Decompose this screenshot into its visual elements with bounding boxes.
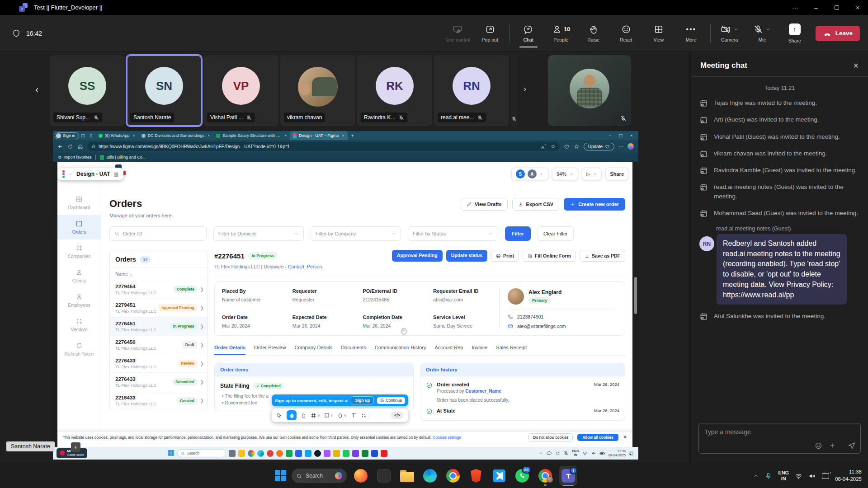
- contact-person-link[interactable]: Contact_Person.: [288, 264, 323, 269]
- contact-email[interactable]: alex@vstatefilings.com: [517, 324, 566, 329]
- brave-taskbar-icon[interactable]: [467, 465, 485, 487]
- chevron-down-icon[interactable]: [68, 172, 73, 176]
- more-button[interactable]: ••• More: [675, 19, 708, 48]
- firefox-taskbar-icon[interactable]: [352, 465, 370, 487]
- google-continue-button[interactable]: GContinue: [377, 397, 405, 404]
- frame-tool[interactable]: ∨: [311, 413, 320, 418]
- chevron-down-icon[interactable]: [733, 27, 739, 32]
- back-icon[interactable]: [57, 144, 63, 150]
- browser-tab[interactable]: Sample Salary Structure with calc×: [213, 131, 290, 140]
- video-tile[interactable]: vikram chavan: [280, 55, 355, 126]
- sync-icon[interactable]: [555, 451, 560, 456]
- order-list-item-selected[interactable]: 2276451TL Flex Holdings LLCIn Progress❯: [110, 317, 208, 336]
- leave-button[interactable]: Leave: [816, 26, 860, 41]
- window-menu-icon[interactable]: ⋯: [785, 0, 806, 15]
- tab-communication-history[interactable]: Communication History: [375, 345, 426, 355]
- taskbar-app-icon[interactable]: [238, 450, 245, 457]
- chat-button[interactable]: Chat: [512, 19, 545, 48]
- update-status-button[interactable]: Update status: [446, 250, 487, 262]
- edge-icon[interactable]: [257, 450, 264, 457]
- sidebar-item-vendors[interactable]: Vendors: [57, 313, 101, 337]
- scroll-right-chevron[interactable]: ›: [519, 83, 531, 95]
- new-tab-button[interactable]: +: [351, 133, 354, 138]
- sign-up-button[interactable]: Sign up: [351, 396, 374, 404]
- figma-app-icon[interactable]: [324, 450, 330, 457]
- video-tile-camera-on[interactable]: [548, 55, 631, 126]
- mic-button[interactable]: Mic: [746, 19, 778, 48]
- pdf-icon[interactable]: [381, 450, 387, 457]
- video-tile[interactable]: SS Shivani Sup...: [50, 55, 125, 126]
- volume-muted-icon[interactable]: [591, 450, 596, 456]
- home-icon[interactable]: [77, 144, 83, 150]
- raise-hand-button[interactable]: Raise: [577, 19, 610, 48]
- presenter-plus-button[interactable]: +: [71, 442, 80, 452]
- tab-sales-receipt[interactable]: Sales Receipt: [496, 345, 527, 355]
- react-button[interactable]: React: [610, 19, 642, 48]
- teams-taskbar-icon[interactable]: T1: [559, 466, 577, 486]
- vscode-taskbar-icon[interactable]: [490, 465, 508, 487]
- favorites-bar-icon[interactable]: [574, 144, 580, 150]
- send-icon[interactable]: [848, 441, 856, 450]
- tab-close-icon[interactable]: ×: [284, 133, 287, 138]
- workspaces-icon[interactable]: ◫: [79, 133, 87, 138]
- browser-essentials-icon[interactable]: [564, 144, 570, 150]
- chevron-down-icon[interactable]: [765, 27, 771, 32]
- shape-tool[interactable]: ∨: [324, 413, 333, 418]
- battery-saver-icon[interactable]: [822, 473, 829, 479]
- shared-search-box[interactable]: Search: [177, 449, 226, 457]
- browser-tab-active[interactable]: Design - UAT – Figma×: [290, 131, 347, 140]
- video-tile[interactable]: VP Vishal Patil ...: [203, 55, 278, 126]
- deny-cookies-button[interactable]: Do not allow cookies: [528, 433, 573, 441]
- start-button[interactable]: [168, 450, 175, 456]
- figma-scrollbar[interactable]: [634, 277, 637, 314]
- battery-icon[interactable]: [599, 450, 605, 456]
- figma-present-button[interactable]: ▷: [582, 168, 602, 180]
- tray-chevron-icon[interactable]: [539, 451, 543, 455]
- taskbar-app-icon[interactable]: [343, 450, 349, 457]
- taskbar-app-icon[interactable]: [371, 450, 378, 457]
- browser-close-button[interactable]: ×: [627, 133, 637, 138]
- order-list-item[interactable]: 2279451TL Flex Holdings LLCApproval Pend…: [110, 299, 208, 317]
- figma-zoom-control[interactable]: 94%: [552, 168, 578, 180]
- approval-pending-button[interactable]: Approval Pending: [392, 250, 443, 262]
- print-button[interactable]: Print: [491, 250, 519, 262]
- refresh-icon[interactable]: [67, 144, 73, 150]
- tab-account-rep[interactable]: Account Rep: [435, 345, 463, 355]
- chrome-taskbar-icon[interactable]: [444, 465, 462, 487]
- sidebar-item-orders[interactable]: Orders: [57, 215, 101, 239]
- bookmark-item[interactable]: Bills | Billing and Co...: [100, 155, 146, 160]
- create-new-order-button[interactable]: Create new order: [564, 198, 625, 211]
- pop-out-button[interactable]: Pop out: [474, 19, 506, 48]
- opera-icon[interactable]: [267, 450, 274, 457]
- contact-phone[interactable]: 2123874901: [517, 314, 543, 319]
- wifi-icon[interactable]: [795, 472, 802, 480]
- sheets-icon[interactable]: [362, 450, 368, 457]
- cookie-close-icon[interactable]: ✕: [623, 434, 627, 440]
- tab-close-icon[interactable]: ×: [133, 133, 135, 138]
- cookies-settings-link[interactable]: Cookies settings: [433, 435, 461, 440]
- allow-cookies-button[interactable]: Allow all cookies: [577, 434, 618, 441]
- chat-message-list[interactable]: Today 11:21 Tejas Ingle was invited to t…: [691, 77, 868, 418]
- chat-close-icon[interactable]: ✕: [853, 61, 859, 70]
- order-list-item[interactable]: 2276433TL Flex Holdings LLCReview❯: [110, 354, 208, 373]
- import-favorites-button[interactable]: ⧉Import favorites: [58, 155, 91, 160]
- tray-chevron-icon[interactable]: [753, 473, 759, 479]
- tab-invoice[interactable]: Invoice: [472, 345, 487, 355]
- read-aloud-icon[interactable]: A⌃: [541, 144, 547, 150]
- fill-online-form-button[interactable]: Fill Online Form: [523, 250, 576, 262]
- url-field[interactable]: https://www.figma.com/design/9BKQ0FOHRWa…: [87, 142, 560, 151]
- copilot-icon[interactable]: [627, 143, 634, 150]
- sidebar-item-companies[interactable]: Companies: [57, 239, 101, 264]
- camera-button[interactable]: Camera: [713, 19, 746, 48]
- notifications-icon[interactable]: [629, 451, 634, 456]
- dev-mode-toggle[interactable]: </>: [391, 412, 404, 419]
- browser-sign-in-button[interactable]: Sign in: [55, 132, 79, 139]
- view-drafts-button[interactable]: View Drafts: [461, 198, 508, 211]
- save-as-pdf-button[interactable]: Save as PDF: [580, 250, 625, 262]
- taskbar-app-icon[interactable]: [333, 450, 340, 457]
- firefox-icon[interactable]: [276, 450, 283, 457]
- video-tile[interactable]: RN read.ai mee...: [434, 55, 509, 126]
- tab-documents[interactable]: Documents: [341, 345, 366, 355]
- chrome-profile-taskbar-icon[interactable]: [536, 465, 554, 487]
- text-tool-icon[interactable]: [351, 413, 357, 418]
